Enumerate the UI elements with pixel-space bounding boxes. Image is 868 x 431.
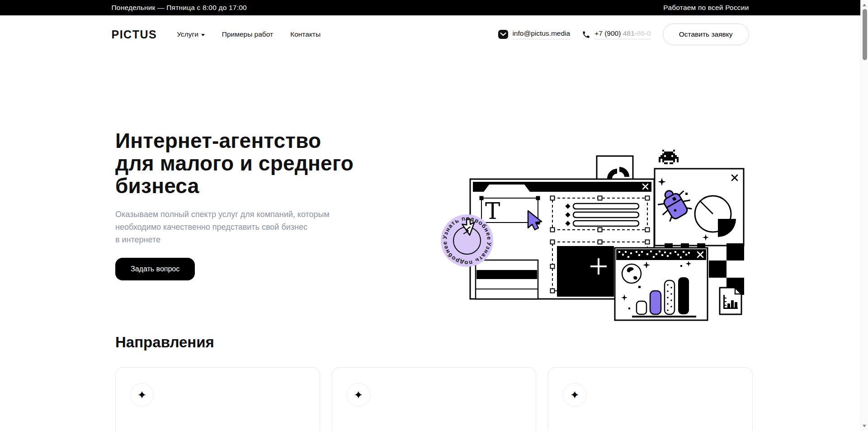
sparkle-icon: ✦ [130, 383, 154, 407]
stats-window [615, 248, 708, 320]
card-web-development[interactable]: ✦ Индивидуальная разработка сайтов и веб… [115, 367, 320, 431]
phone-text: +7 (900) 481-86-0 [594, 29, 651, 39]
top-info-bar: Понедельник — Пятница с 8:00 до 17:00 Ра… [0, 0, 860, 15]
header-contacts: info@pictus.media +7 (900) 481-86-0 Оста… [498, 24, 749, 45]
phone-icon [582, 30, 590, 39]
leave-request-button[interactable]: Оставить заявку [663, 24, 749, 45]
envelope-icon [498, 29, 508, 39]
nav-item-contacts[interactable]: Контакты [290, 30, 321, 38]
sparkle-icon: ✦ [347, 383, 370, 407]
scrollbar[interactable] [860, 0, 868, 431]
document-chart-icon [720, 288, 741, 314]
checkered-flag-frame [597, 156, 633, 182]
hero-illustration: T [434, 135, 750, 329]
section-title-directions: Направления [115, 334, 753, 351]
phone-link[interactable]: +7 (900) 481-86-0 [582, 29, 651, 39]
bug-and-pie-window [654, 169, 744, 246]
email-link[interactable]: info@pictus.media [498, 29, 570, 39]
scroll-down-arrow[interactable] [863, 425, 866, 427]
card-online-promotion[interactable]: ✦ Поддержка бизнеса в онлайн-продвижении [548, 367, 753, 431]
scroll-up-arrow[interactable] [863, 4, 866, 6]
list-widget-selection [551, 196, 650, 232]
chevron-down-icon [201, 34, 205, 36]
nav-item-portfolio[interactable]: Примеры работ [222, 30, 273, 38]
nav-item-services[interactable]: Услуги [177, 30, 205, 38]
email-text: info@pictus.media [512, 29, 570, 39]
scrollbar-thumb[interactable] [863, 9, 867, 60]
main-nav: Услуги Примеры работ Контакты [177, 30, 321, 38]
space-invader-icon [659, 150, 679, 164]
table-widget [476, 260, 538, 299]
ask-question-button[interactable]: Задать вопрос [115, 258, 195, 280]
working-hours: Понедельник — Пятница с 8:00 до 17:00 [112, 4, 247, 12]
logo[interactable]: PICTUS [112, 28, 157, 41]
svg-text:T: T [485, 198, 500, 224]
card-design-content[interactable]: ✦ Создание дизайна, текстового [332, 367, 537, 431]
globe-icon [622, 264, 641, 283]
sparkle-icon: ✦ [563, 383, 586, 407]
direction-cards: ✦ Индивидуальная разработка сайтов и веб… [115, 367, 753, 431]
learn-more-badge[interactable]: Узнать подробнее Узнать подробнее [441, 214, 493, 267]
site-header: PICTUS Услуги Примеры работ Контакты inf… [0, 15, 860, 53]
region-note: Работаем по всей России [663, 4, 749, 12]
